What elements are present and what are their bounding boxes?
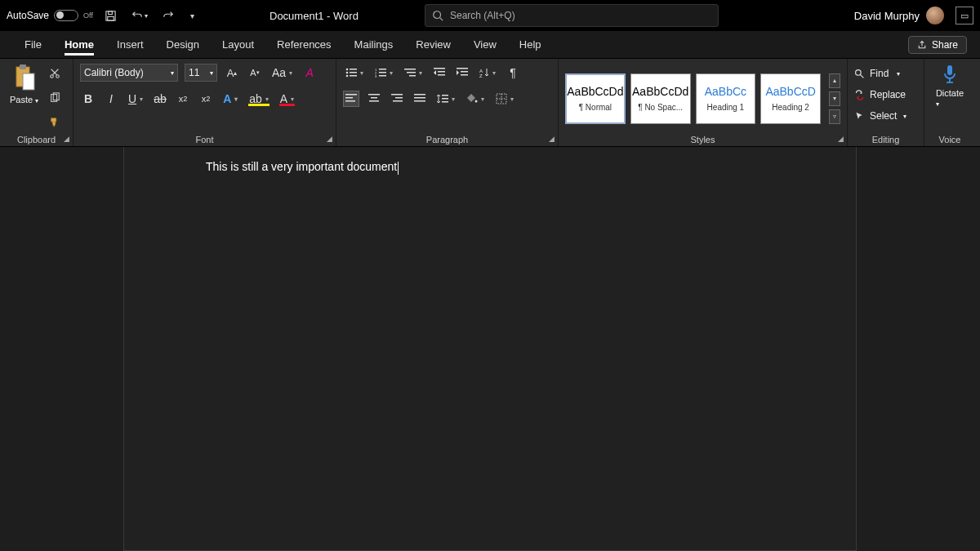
search-box[interactable]: Search (Alt+Q) [425,4,719,27]
tab-file[interactable]: File [13,31,53,58]
increase-indent-button[interactable] [454,64,470,81]
svg-rect-48 [414,100,425,102]
highlight-color-button[interactable]: ab [247,91,271,107]
tab-view[interactable]: View [462,31,508,58]
user-name: David Murphy [854,10,920,22]
replace-icon [854,90,865,100]
style-heading-1[interactable]: AaBbCc Heading 1 [696,73,756,124]
share-button[interactable]: Share [908,36,967,54]
superscript-button[interactable]: x2 [198,91,214,107]
style-no-spacing[interactable]: AaBbCcDd ¶ No Spac... [630,73,691,124]
justify-button[interactable] [412,91,428,107]
subscript-button[interactable]: x2 [175,91,191,107]
group-paragraph: 123 AZ ¶ Paragraph ◢ [336,59,559,146]
format-painter-button[interactable] [47,114,63,131]
svg-rect-1 [109,11,113,14]
tab-home[interactable]: Home [53,31,105,58]
user-account[interactable]: David Murphy [854,7,944,24]
svg-rect-44 [395,97,403,99]
shrink-font-button[interactable]: A▾ [247,64,263,81]
autosave-toggle[interactable]: AutoSave Off [7,10,93,21]
align-center-button[interactable] [366,91,382,107]
group-editing: Find▾ Replace Select▾ Editing [848,59,924,146]
clipboard-launcher[interactable]: ◢ [64,135,69,143]
tab-design[interactable]: Design [155,31,211,58]
title-bar: AutoSave Off ▾ ▾ Document1 - Word Search… [0,0,980,31]
tab-review[interactable]: Review [404,31,462,58]
styles-scroll-down[interactable]: ▾ [829,91,840,106]
font-family-combo[interactable]: Calibri (Body)▾ [80,64,178,82]
redo-button[interactable] [162,9,175,22]
save-icon[interactable] [105,9,118,22]
text-cursor [398,162,399,175]
line-spacing-button[interactable] [434,91,457,107]
find-button[interactable]: Find▾ [854,65,906,82]
svg-rect-26 [404,69,416,70]
document-area: This is still a very important document [0,147,980,551]
styles-scroll-up[interactable]: ▴ [829,73,840,88]
change-case-button[interactable]: Aa [270,64,295,81]
svg-rect-43 [391,94,403,96]
italic-button[interactable]: I [103,91,119,107]
sort-button[interactable]: AZ [477,64,498,81]
paragraph-launcher[interactable]: ◢ [549,135,555,143]
svg-rect-31 [438,74,445,76]
bold-button[interactable]: B [80,91,96,107]
style-heading-2[interactable]: AaBbCcD Heading 2 [760,73,821,124]
tab-help[interactable]: Help [508,31,553,58]
undo-button[interactable]: ▾ [129,7,150,24]
cut-button[interactable] [47,65,63,82]
font-size-combo[interactable]: 11▾ [185,64,217,82]
svg-rect-32 [457,68,468,69]
decrease-indent-button[interactable] [431,64,448,81]
borders-button[interactable] [493,91,516,107]
tab-mailings[interactable]: Mailings [343,31,405,58]
svg-rect-17 [350,72,357,73]
svg-rect-51 [442,101,448,103]
grow-font-button[interactable]: A▴ [224,64,240,81]
paste-button[interactable]: Paste ▾ [7,64,42,104]
ribbon-display-options[interactable]: ▭ [956,7,973,24]
shading-button[interactable] [464,91,487,107]
dictate-button[interactable]: Dictate▾ [933,64,967,108]
replace-button[interactable]: Replace [854,87,906,103]
styles-expand[interactable]: ▿ [829,109,840,124]
tab-layout[interactable]: Layout [211,31,265,58]
tab-references[interactable]: References [265,31,342,58]
customize-qat-button[interactable]: ▾ [186,9,199,22]
svg-rect-49 [442,95,448,96]
strikethrough-button[interactable]: ab [152,91,168,107]
font-color-button[interactable]: A [278,91,296,107]
svg-rect-6 [20,64,26,69]
document-title: Document1 - Word [270,10,359,22]
toggle-switch[interactable] [54,10,78,21]
multilevel-list-button[interactable] [402,64,425,81]
svg-rect-28 [409,75,416,77]
align-left-button[interactable] [343,91,359,107]
svg-rect-39 [345,100,355,102]
microphone-icon [941,64,959,85]
align-right-button[interactable] [389,91,405,107]
bullets-button[interactable] [343,64,366,81]
copy-button[interactable] [47,90,63,106]
group-styles: AaBbCcDd ¶ Normal AaBbCcDd ¶ No Spac... … [559,59,848,146]
cursor-icon [854,111,865,122]
text-effects-button[interactable]: A [220,91,240,107]
styles-launcher[interactable]: ◢ [838,135,844,143]
svg-rect-33 [461,71,468,73]
underline-button[interactable]: U [126,91,145,107]
clear-formatting-button[interactable]: A [301,64,318,81]
svg-rect-34 [461,74,468,76]
select-button[interactable]: Select▾ [854,108,906,124]
show-marks-button[interactable]: ¶ [505,64,521,81]
document-page[interactable]: This is still a very important document [123,147,857,551]
ribbon-tabs: File Home Insert Design Layout Reference… [0,31,980,59]
font-launcher[interactable]: ◢ [327,135,332,143]
numbering-button[interactable]: 123 [372,64,395,81]
tab-insert[interactable]: Insert [105,31,155,58]
style-normal[interactable]: AaBbCcDd ¶ Normal [565,73,626,124]
svg-rect-21 [379,69,386,70]
ribbon: Paste ▾ Clipboard ◢ Calibri (Body)▾ 11▾ … [0,59,980,147]
svg-point-16 [346,72,349,74]
svg-text:3: 3 [375,74,377,78]
